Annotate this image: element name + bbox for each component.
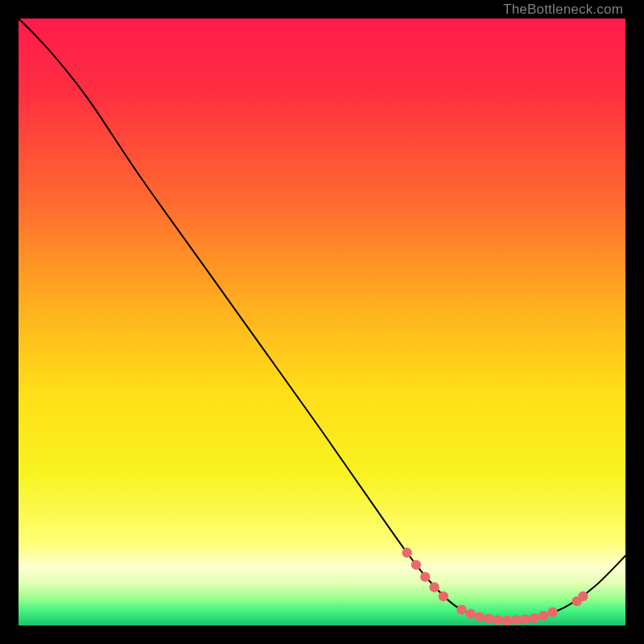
- marker-dot: [547, 607, 557, 617]
- marker-dot: [493, 615, 502, 625]
- marker-dot: [402, 547, 411, 557]
- marker-dot: [466, 609, 476, 618]
- marker-dot: [484, 614, 493, 624]
- marker-dot: [578, 592, 588, 601]
- marker-dot: [411, 559, 421, 569]
- marker-dot: [429, 582, 439, 592]
- marker-dot: [530, 613, 539, 623]
- marker-dot: [456, 605, 466, 614]
- attribution-label: TheBottleneck.com: [503, 2, 623, 18]
- gradient-background: [19, 19, 625, 625]
- bottleneck-chart: [19, 19, 625, 625]
- marker-dot: [439, 592, 448, 601]
- marker-dot: [475, 612, 485, 621]
- chart-frame: [19, 19, 625, 625]
- marker-dot: [502, 616, 512, 625]
- marker-dot: [520, 614, 530, 624]
- marker-dot: [539, 611, 548, 621]
- marker-dot: [420, 572, 430, 581]
- marker-dot: [511, 615, 521, 625]
